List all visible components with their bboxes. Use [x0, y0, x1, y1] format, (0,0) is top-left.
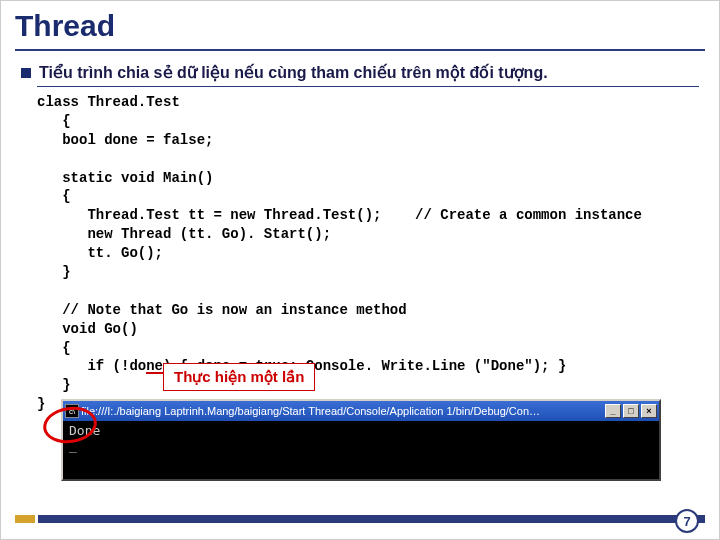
- minimize-button[interactable]: _: [605, 404, 621, 418]
- console-body: Done _: [63, 421, 659, 455]
- title-bar: Thread: [1, 1, 719, 47]
- subtitle-underline: [37, 86, 699, 87]
- subtitle-row: Tiểu trình chia sẻ dữ liệu nếu cùng tham…: [1, 59, 719, 84]
- close-button[interactable]: ×: [641, 404, 657, 418]
- console-title: file:///I:./baigiang Laptrinh.Mang/baigi…: [81, 405, 605, 417]
- console-cursor: _: [69, 438, 653, 453]
- console-titlebar: c\ file:///I:./baigiang Laptrinh.Mang/ba…: [63, 401, 659, 421]
- page-number-badge: 7: [675, 509, 699, 533]
- title-underline: [15, 49, 705, 51]
- subtitle: Tiểu trình chia sẻ dữ liệu nếu cùng tham…: [39, 63, 548, 82]
- slide-title: Thread: [15, 9, 705, 43]
- maximize-button[interactable]: □: [623, 404, 639, 418]
- footer-accent-blue: [38, 515, 705, 523]
- footer-accent-gold: [15, 515, 35, 523]
- window-buttons: _ □ ×: [605, 404, 657, 418]
- slide: Thread Tiểu trình chia sẻ dữ liệu nếu cù…: [0, 0, 720, 540]
- bullet-icon: [21, 68, 31, 78]
- console-window: c\ file:///I:./baigiang Laptrinh.Mang/ba…: [61, 399, 661, 481]
- code-block: class Thread.Test { bool done = false; s…: [1, 91, 719, 414]
- console-output: Done: [69, 423, 653, 438]
- footer-bar: [15, 515, 705, 523]
- callout-box: Thực hiện một lần: [163, 363, 315, 391]
